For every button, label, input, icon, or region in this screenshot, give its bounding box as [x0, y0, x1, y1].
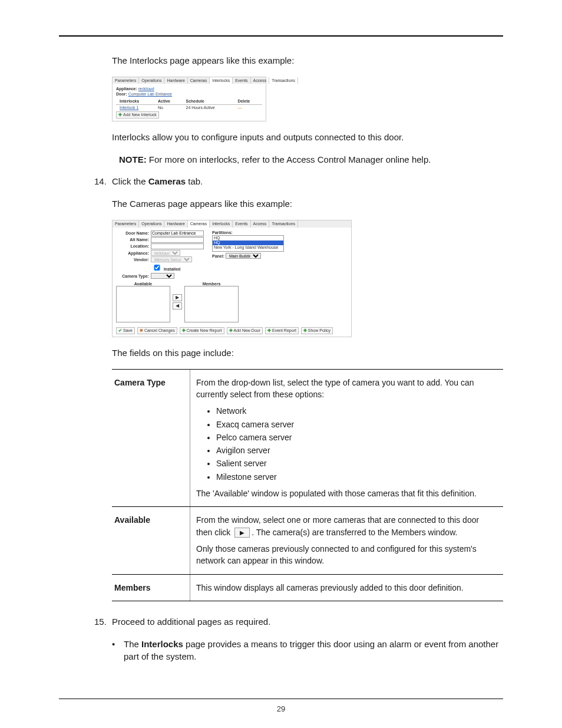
door-link[interactable]: Computer Lab Entrance [128, 92, 172, 96]
available-listbox[interactable] [116, 286, 170, 322]
interlocks-caption: The Interlocks page appears like this ex… [112, 54, 503, 67]
list-item: Exacq camera server [216, 419, 497, 430]
available-header: Available [116, 282, 170, 286]
partition-item-selected[interactable]: HQ [213, 241, 283, 245]
move-right-icon: ▶ [234, 528, 250, 538]
tab-transactions[interactable]: Transactions [269, 220, 298, 228]
tab-interlocks[interactable]: Interlocks [210, 77, 233, 84]
fields-caption: The fields on this page include: [112, 347, 503, 360]
partition-item[interactable]: HQ [213, 236, 283, 241]
tab-access[interactable]: Access [251, 220, 270, 228]
bullet-bold: Interlocks [141, 639, 183, 649]
transfer-controls: ▶ ◀ [173, 294, 182, 310]
vendor-label: Vendor: [116, 258, 151, 262]
step-14-text-post: tab. [186, 176, 203, 186]
appliance-link[interactable]: redcloud [138, 87, 154, 91]
tab-parameters[interactable]: Parameters [113, 77, 139, 84]
step-14: 14. Click the Cameras tab. [59, 175, 503, 188]
move-left-button[interactable]: ◀ [173, 302, 182, 309]
list-item: Avigilon server [216, 444, 497, 456]
tab-cameras[interactable]: Cameras [188, 77, 210, 84]
location-label: Location: [116, 244, 151, 249]
col-interlocks: Interlocks [116, 98, 154, 104]
panel-select[interactable]: Main Building [226, 253, 261, 259]
interlock-name-link[interactable]: Interlock 1 [120, 106, 138, 110]
step-14-text-pre: Click the [112, 176, 148, 186]
col-schedule: Schedule [183, 98, 234, 104]
save-button[interactable]: ✔Save [116, 327, 135, 334]
create-new-report-button[interactable]: ✚Create New Report [180, 327, 224, 334]
step-15-text: Proceed to additional pages as required. [112, 615, 503, 628]
tab-interlocks[interactable]: Interlocks [210, 220, 233, 228]
table-row[interactable]: Interlock 1 No 24 Hours Active — [116, 104, 262, 110]
page-number: 29 [59, 704, 503, 715]
location-input[interactable] [151, 243, 204, 249]
partitions-list[interactable]: HQ HQ New York - Long Island Warehouse [212, 235, 284, 252]
col-delete: Delete [234, 98, 262, 104]
cell-schedule: 24 Hours Active [183, 104, 234, 110]
delete-icon[interactable]: — [234, 104, 262, 110]
camera-type-options: Network Exacq camera server Pelco camera… [196, 405, 497, 483]
row-camera-type: Camera Type From the drop-down list, sel… [112, 370, 503, 508]
partition-item[interactable]: New York - Long Island Warehouse [213, 245, 283, 250]
plus-icon: ✚ [303, 328, 307, 333]
tab-access[interactable]: Access [251, 77, 270, 84]
camera-type-select[interactable] [151, 273, 174, 279]
alt-name-input[interactable] [151, 237, 204, 243]
camera-type-label-s: Camera Type: [116, 274, 151, 279]
members-text: This window displays all cameras previou… [196, 582, 497, 594]
appliance-select[interactable]: redcloud [151, 250, 180, 256]
note-text: For more on interlocks, refer to the Acc… [147, 154, 431, 164]
plus-icon: ✚ [229, 328, 233, 333]
step-14-cameras: Cameras [148, 176, 186, 186]
add-new-door-button[interactable]: ✚Add New Door [227, 327, 263, 334]
available-p1: From the window, select one or more came… [196, 514, 497, 538]
camera-type-outro: The 'Available' window is populated with… [196, 487, 497, 499]
bottom-rule [59, 699, 503, 699]
move-right-button[interactable]: ▶ [173, 294, 182, 301]
bullet-icon: • [112, 638, 124, 664]
tab-events[interactable]: Events [233, 220, 250, 228]
fields-table: Camera Type From the drop-down list, sel… [112, 369, 503, 601]
cancel-changes-button[interactable]: ✖Cancel Changes [137, 327, 177, 334]
members-label: Members [112, 575, 190, 601]
plus-icon: ✚ [267, 328, 271, 333]
installed-checkbox[interactable] [153, 265, 161, 271]
event-report-button[interactable]: ✚Event Report [265, 327, 299, 334]
members-listbox[interactable] [184, 286, 239, 322]
top-rule [59, 35, 503, 37]
step-15: 15. Proceed to additional pages as requi… [59, 615, 503, 628]
alt-name-label: Alt Name: [116, 238, 151, 242]
check-icon: ✔ [118, 328, 122, 333]
panel-label: Panel: [212, 254, 224, 258]
door-label: Door: [116, 92, 127, 96]
tab-cameras[interactable]: Cameras [188, 220, 210, 228]
tab-parameters[interactable]: Parameters [113, 220, 139, 228]
tab-operations[interactable]: Operations [139, 220, 164, 228]
available-p2: Only those cameras previously connected … [196, 543, 497, 567]
tab-hardware[interactable]: Hardware [164, 220, 187, 228]
vendor-select[interactable]: Mercury Security [151, 256, 192, 262]
cell-active: No [154, 104, 183, 110]
list-item: Pelco camera server [216, 431, 497, 443]
tab-operations[interactable]: Operations [139, 77, 164, 84]
door-name-input[interactable] [151, 230, 204, 236]
list-item: Milestone server [216, 471, 497, 483]
tab-transactions[interactable]: Transactions [269, 77, 298, 84]
add-new-interlock-button[interactable]: ✚Add New Interlock [116, 111, 159, 118]
tab-events[interactable]: Events [233, 77, 250, 84]
step-15-number: 15. [59, 615, 112, 628]
appliance-label-c: Appliance: [116, 251, 151, 256]
interlocks-table: Interlocks Active Schedule Delete Interl… [116, 98, 262, 110]
bullet-pre: The [124, 639, 141, 649]
note-label: NOTE: [119, 154, 147, 164]
show-policy-button[interactable]: ✚Show Policy [301, 327, 333, 334]
plus-icon: ✚ [182, 328, 186, 333]
appliance-label: Appliance: [116, 87, 137, 91]
camera-type-label: Camera Type [112, 370, 190, 507]
cameras-caption: The Cameras page appears like this examp… [112, 197, 503, 210]
partitions-label: Partitions: [212, 230, 233, 235]
camera-type-intro: From the drop-down list, select the type… [196, 377, 497, 401]
tab-hardware[interactable]: Hardware [164, 77, 187, 84]
members-header: Members [184, 282, 239, 286]
